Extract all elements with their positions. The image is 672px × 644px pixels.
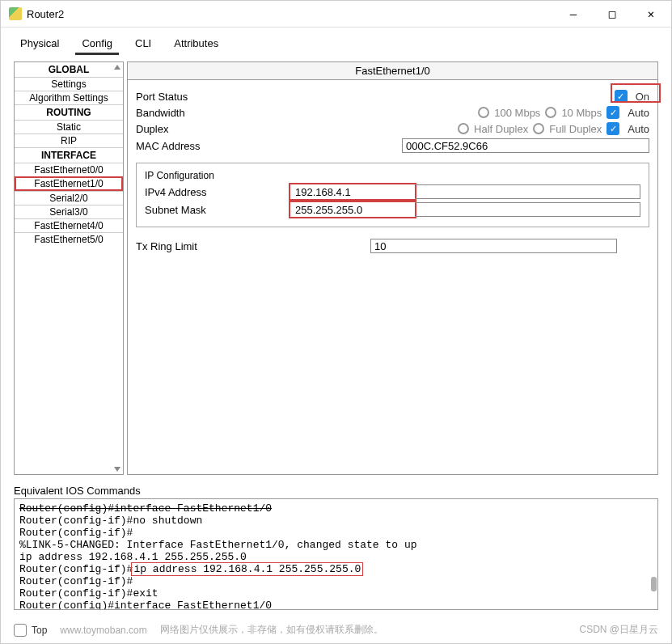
port-on-checkbox[interactable] bbox=[615, 90, 628, 103]
footer-site: www.toymoban.com bbox=[60, 625, 146, 636]
tab-config[interactable]: Config bbox=[75, 34, 119, 55]
ios-output[interactable]: Router(config)#interface FastEthernet1/0… bbox=[14, 498, 658, 610]
dup-full-label: Full Duplex bbox=[549, 123, 602, 135]
title-bar: Router2 bbox=[1, 1, 671, 28]
dup-full-radio[interactable] bbox=[533, 123, 544, 134]
row-ipv4: IPv4 Address bbox=[145, 183, 640, 201]
footer-credit: CSDN @日星月云 bbox=[579, 623, 658, 637]
footer-note: 网络图片仅供展示，非存储，如有侵权请联系删除。 bbox=[160, 623, 383, 637]
ios-cmd-highlight: ip address 192.168.4.1 255.255.255.0 bbox=[131, 562, 363, 576]
main-panel: GLOBAL Settings Algorithm Settings ROUTI… bbox=[14, 61, 658, 475]
sidebar-item-fe10[interactable]: FastEthernet1/0 bbox=[15, 176, 123, 191]
top-label: Top bbox=[32, 625, 47, 636]
sidebar-item-settings[interactable]: Settings bbox=[15, 77, 123, 91]
sidebar-item-static[interactable]: Static bbox=[15, 120, 123, 133]
sidebar-header-interface: INTERFACE bbox=[15, 147, 123, 163]
scroll-down-icon bbox=[114, 467, 120, 472]
sidebar-header-routing: ROUTING bbox=[15, 104, 123, 120]
ipv4-label: IPv4 Address bbox=[145, 186, 290, 198]
panel-title: FastEthernet1/0 bbox=[128, 62, 657, 80]
close-button[interactable] bbox=[639, 6, 663, 22]
ipv4-highlight bbox=[289, 183, 416, 201]
dup-auto-checkbox[interactable] bbox=[606, 122, 619, 135]
port-controls: On bbox=[281, 90, 649, 103]
footer: Top www.toymoban.com 网络图片仅供展示，非存储，如有侵权请联… bbox=[1, 616, 671, 643]
bandwidth-label: Bandwidth bbox=[136, 107, 281, 119]
port-status-label: Port Status bbox=[136, 91, 281, 103]
mask-input[interactable] bbox=[292, 202, 413, 217]
ipv4-input[interactable] bbox=[292, 184, 413, 199]
sidebar-item-fe40[interactable]: FastEthernet4/0 bbox=[15, 218, 123, 232]
row-port-status: Port Status On bbox=[136, 88, 649, 104]
sidebar-item-fe00[interactable]: FastEthernet0/0 bbox=[15, 163, 123, 176]
ios-scrollbar-thumb[interactable] bbox=[651, 577, 657, 591]
sidebar-header-global: GLOBAL bbox=[15, 62, 123, 77]
bw-auto-label: Auto bbox=[628, 107, 649, 119]
row-bandwidth: Bandwidth 100 Mbps 10 Mbps Auto bbox=[136, 104, 649, 121]
ios-section: Equivalent IOS Commands Router(config)#i… bbox=[14, 481, 658, 610]
bw-100-radio[interactable] bbox=[478, 107, 489, 118]
tab-attributes[interactable]: Attributes bbox=[167, 34, 225, 55]
content-area: GLOBAL Settings Algorithm Settings ROUTI… bbox=[1, 55, 671, 616]
bw-10-label: 10 Mbps bbox=[561, 107, 602, 119]
mac-input[interactable] bbox=[402, 138, 649, 153]
row-duplex: Duplex Half Duplex Full Duplex Auto bbox=[136, 121, 649, 137]
bandwidth-controls: 100 Mbps 10 Mbps Auto bbox=[281, 106, 649, 119]
dup-half-radio[interactable] bbox=[458, 123, 469, 134]
sidebar-item-s30[interactable]: Serial3/0 bbox=[15, 205, 123, 218]
row-mask: Subnet Mask bbox=[145, 201, 640, 218]
sidebar-item-rip[interactable]: RIP bbox=[15, 133, 123, 147]
dup-half-label: Half Duplex bbox=[474, 123, 528, 135]
panel-body: Port Status On Bandwidth 100 Mbps 10 Mbp bbox=[128, 80, 657, 263]
port-on-label: On bbox=[636, 91, 649, 103]
mask-label: Subnet Mask bbox=[145, 204, 290, 216]
sidebar-item-s20[interactable]: Serial2/0 bbox=[15, 191, 123, 205]
sidebar-item-algorithm[interactable]: Algorithm Settings bbox=[15, 91, 123, 104]
sidebar-scrollbar[interactable] bbox=[113, 65, 121, 472]
bw-10-radio[interactable] bbox=[545, 107, 556, 118]
duplex-controls: Half Duplex Full Duplex Auto bbox=[281, 122, 649, 135]
minimize-button[interactable] bbox=[561, 6, 585, 22]
ip-config-label: IP Configuration bbox=[145, 170, 214, 181]
bw-auto-checkbox[interactable] bbox=[606, 106, 619, 119]
maximize-button[interactable] bbox=[600, 6, 624, 22]
mac-label: MAC Address bbox=[136, 140, 281, 152]
window-controls bbox=[561, 6, 663, 22]
top-checkbox[interactable] bbox=[14, 624, 27, 637]
duplex-label: Duplex bbox=[136, 123, 281, 135]
app-icon bbox=[9, 7, 22, 20]
config-panel: FastEthernet1/0 Port Status On Bandwidth bbox=[127, 61, 658, 475]
fieldset-title-row: IP Configuration bbox=[145, 168, 640, 183]
row-tx: Tx Ring Limit bbox=[136, 227, 649, 255]
sidebar-item-fe50[interactable]: FastEthernet5/0 bbox=[15, 232, 123, 246]
tx-label: Tx Ring Limit bbox=[136, 240, 370, 252]
tx-input[interactable] bbox=[370, 239, 617, 253]
tab-physical[interactable]: Physical bbox=[14, 34, 66, 55]
window-title: Router2 bbox=[27, 8, 561, 20]
sidebar: GLOBAL Settings Algorithm Settings ROUTI… bbox=[14, 61, 124, 475]
dup-auto-label: Auto bbox=[628, 123, 649, 135]
mask-highlight bbox=[289, 201, 416, 218]
ios-title: Equivalent IOS Commands bbox=[14, 485, 658, 497]
scroll-up-icon bbox=[114, 65, 120, 70]
bw-100-label: 100 Mbps bbox=[494, 107, 540, 119]
row-mac: MAC Address bbox=[136, 137, 649, 155]
ip-config-fieldset: IP Configuration IPv4 Address bbox=[136, 163, 649, 227]
app-window: Router2 Physical Config CLI Attributes G… bbox=[0, 0, 672, 644]
tab-bar: Physical Config CLI Attributes bbox=[1, 28, 671, 55]
tab-cli[interactable]: CLI bbox=[129, 34, 158, 55]
